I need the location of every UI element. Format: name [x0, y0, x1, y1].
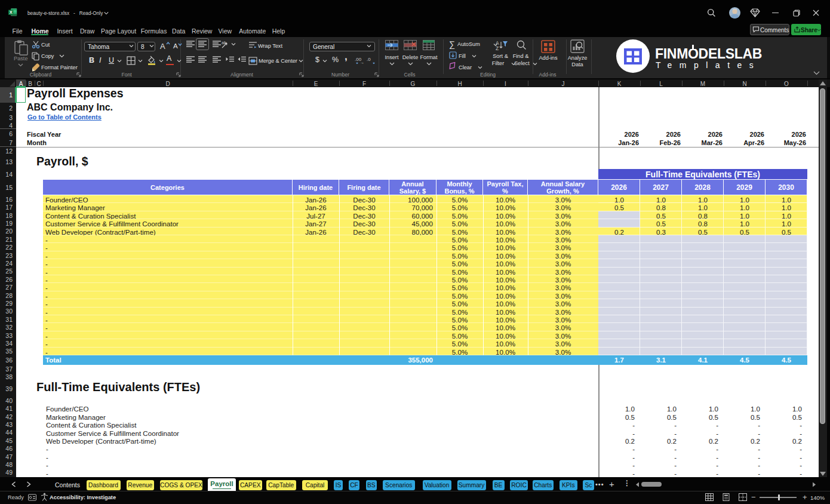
- svg-text:X: X: [10, 10, 13, 15]
- svg-text:ab: ab: [222, 41, 226, 45]
- svg-text:→: →: [360, 60, 364, 64]
- svg-text:Z: Z: [496, 45, 499, 51]
- svg-text:.0: .0: [367, 57, 371, 62]
